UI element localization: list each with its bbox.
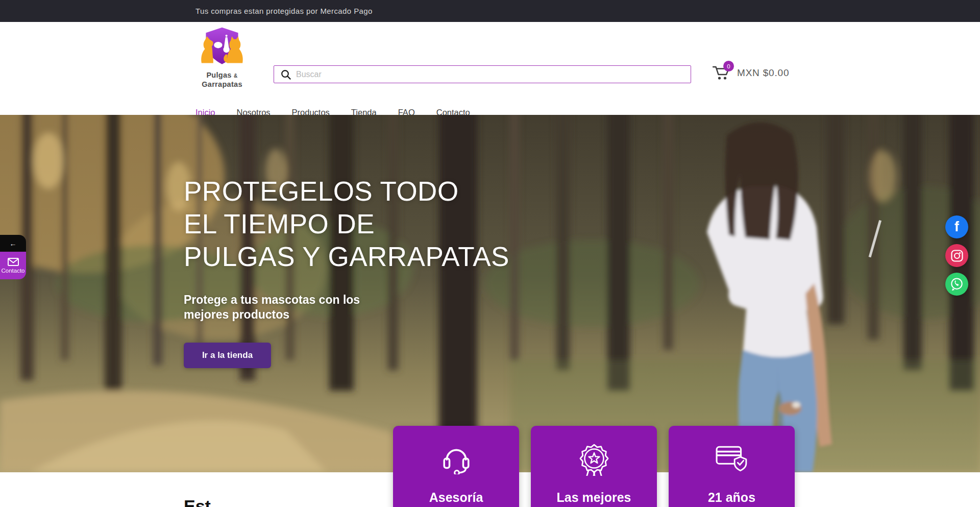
feature-card-label: Las mejores — [557, 490, 631, 505]
cart[interactable]: 0 MXN $0.00 — [713, 65, 789, 81]
social-buttons: f — [945, 215, 968, 296]
site-logo[interactable]: Pulgas & Garrapatas — [194, 25, 250, 89]
feature-card-asesoria[interactable]: Asesoría — [393, 426, 519, 507]
whatsapp-icon — [950, 277, 964, 291]
facebook-button[interactable]: f — [945, 215, 968, 238]
search-input[interactable] — [296, 70, 685, 79]
feature-card-las-mejores[interactable]: Las mejores — [531, 426, 657, 507]
cart-total: MXN $0.00 — [737, 67, 789, 79]
feature-card-label: Asesoría — [429, 490, 483, 505]
header: Pulgas & Garrapatas 0 MXN $0.00 — [0, 22, 980, 115]
hero-title: PROTEGELOS TODO EL TIEMPO DE PULGAS Y GA… — [184, 175, 509, 273]
cart-count-badge: 0 — [723, 61, 734, 71]
logo-wordmark: Pulgas & Garrapatas — [202, 71, 242, 89]
announcement-text: Tus compras estan protegidas por Mercado… — [195, 7, 373, 15]
whatsapp-button[interactable] — [945, 273, 968, 296]
hero-content: PROTEGELOS TODO EL TIEMPO DE PULGAS Y GA… — [184, 175, 509, 368]
instagram-icon — [951, 250, 963, 262]
feature-card-21-anos[interactable]: 21 años — [669, 426, 795, 507]
left-arrow-icon: ← — [10, 239, 17, 248]
announcement-bar: Tus compras estan protegidas por Mercado… — [0, 0, 980, 22]
instagram-button[interactable] — [945, 244, 968, 267]
facebook-icon: f — [954, 219, 959, 235]
search-bar[interactable] — [274, 65, 691, 83]
go-to-store-button[interactable]: Ir a la tienda — [184, 343, 271, 368]
hero-section: PROTEGELOS TODO EL TIEMPO DE PULGAS Y GA… — [0, 115, 980, 472]
page: Tus compras estan protegidas por Mercado… — [0, 0, 980, 507]
contact-tab-button[interactable]: Contacto — [0, 252, 26, 279]
search-icon — [281, 69, 291, 80]
card-shield-icon — [716, 445, 748, 473]
headset-icon — [442, 444, 471, 474]
feature-card-label: 21 años — [708, 490, 755, 505]
contact-widget-label: Contacto — [1, 268, 24, 274]
clipped-section-heading: Est — [184, 496, 211, 507]
envelope-icon — [8, 258, 19, 266]
award-ribbon-icon — [578, 442, 610, 476]
hero-subtitle: Protege a tus mascotas con los mejores p… — [184, 293, 509, 322]
shield-with-dog-and-cat-logo-icon — [198, 25, 247, 70]
contact-side-widget: ← Contacto — [0, 235, 26, 279]
collapse-arrow-button[interactable]: ← — [0, 235, 26, 252]
